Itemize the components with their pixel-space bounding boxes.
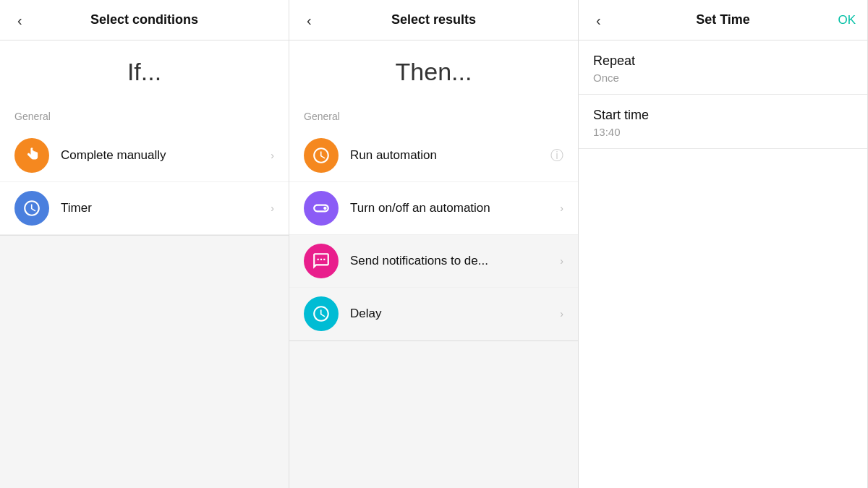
list-item-complete-manually[interactable]: Complete manually › [0, 129, 289, 182]
timer-icon [14, 191, 49, 226]
timer-svg [22, 199, 41, 218]
start-time-row[interactable]: Start time 13:40 [579, 95, 867, 149]
delay-chevron: › [560, 308, 563, 320]
panel3-title: Set Time [696, 12, 750, 27]
run-automation-icon [304, 138, 339, 173]
panel3-header: ‹ Set Time OK [579, 0, 867, 40]
ok-button[interactable]: OK [838, 13, 856, 27]
panel1-section-label: General [0, 100, 289, 129]
list-item-run-automation[interactable]: Run automation ⓘ [289, 129, 578, 182]
run-automation-label: Run automation [350, 148, 545, 163]
panel1-title: Select conditions [90, 12, 198, 27]
complete-manually-chevron: › [271, 150, 274, 161]
repeat-value: Once [593, 72, 853, 84]
delay-icon [304, 296, 339, 331]
complete-manually-svg [22, 146, 41, 165]
turn-onoff-svg [312, 199, 331, 218]
start-time-value: 13:40 [593, 126, 853, 138]
delay-label: Delay [350, 307, 554, 321]
panel1-header: ‹ Select conditions [0, 0, 289, 40]
complete-manually-icon [14, 138, 49, 173]
panel2-back-button[interactable]: ‹ [301, 10, 318, 30]
panel1-gray-fill [0, 235, 289, 488]
send-notifications-svg [312, 252, 331, 270]
timer-label: Timer [61, 201, 265, 215]
list-item-delay[interactable]: Delay › [289, 288, 578, 341]
panel2-header: ‹ Select results [289, 0, 578, 40]
panel3-back-button[interactable]: ‹ [590, 10, 607, 30]
run-automation-info-icon: ⓘ [550, 147, 563, 164]
select-conditions-panel: ‹ Select conditions If... General Comple… [0, 0, 289, 488]
send-notifications-chevron: › [560, 255, 563, 267]
list-item-timer[interactable]: Timer › [0, 182, 289, 235]
panel1-back-button[interactable]: ‹ [12, 10, 28, 30]
repeat-row[interactable]: Repeat Once [579, 40, 867, 95]
turn-onoff-chevron: › [560, 202, 563, 214]
set-time-panel: ‹ Set Time OK Repeat Once Start time 13:… [579, 0, 868, 488]
run-automation-svg [312, 146, 331, 165]
delay-svg [312, 304, 331, 323]
set-time-list: Repeat Once Start time 13:40 [579, 40, 867, 149]
complete-manually-label: Complete manually [61, 148, 265, 163]
panel1-subtitle: If... [0, 40, 289, 100]
send-notifications-label: Send notifications to de... [350, 254, 554, 268]
list-item-send-notifications[interactable]: Send notifications to de... › [289, 235, 578, 288]
panel2-title: Select results [391, 12, 476, 27]
panel2-subtitle: Then... [289, 40, 578, 100]
select-results-panel: ‹ Select results Then... General Run aut… [289, 0, 579, 488]
repeat-label: Repeat [593, 53, 853, 69]
start-time-label: Start time [593, 108, 853, 123]
send-notifications-icon [304, 244, 339, 278]
panel2-section-label: General [289, 100, 578, 129]
turn-onoff-icon [304, 191, 339, 226]
panel2-gray-fill [289, 341, 578, 488]
list-item-turn-onoff[interactable]: Turn on/off an automation › [289, 182, 578, 235]
turn-onoff-label: Turn on/off an automation [350, 201, 554, 215]
timer-chevron: › [271, 202, 274, 214]
